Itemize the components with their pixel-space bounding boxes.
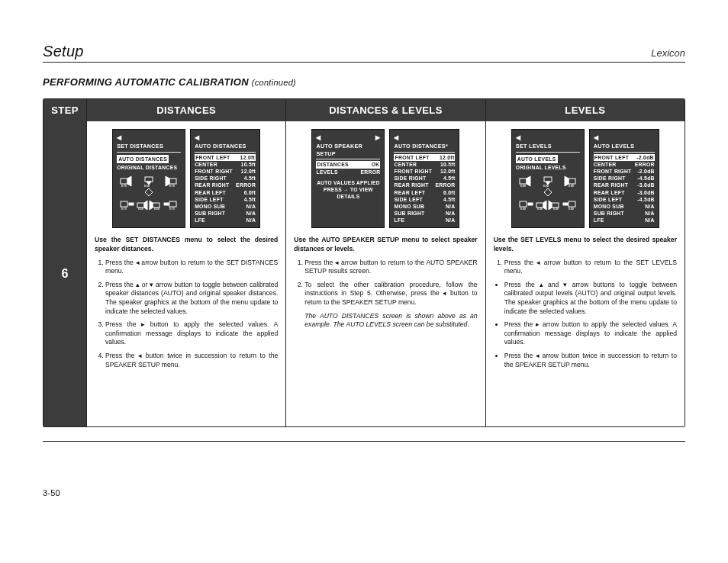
osd-row: REAR LEFT6.0ft (394, 189, 455, 196)
osd-row: MONO SUBN/A (394, 203, 455, 210)
note: The AUTO DISTANCES screen is shown above… (304, 312, 477, 329)
osd-row: SUB RIGHTN/A (594, 210, 655, 217)
osd-row: LEVELSERROR (316, 169, 380, 175)
msg-line: DETAILS (316, 194, 380, 201)
calibration-grid: STEP DISTANCES DISTANCES & LEVELS LEVELS… (43, 98, 685, 427)
intro: Use the SET DISTANCES menu to select the… (95, 236, 278, 253)
svg-text:0.50: 0.50 (138, 208, 143, 211)
list-item: Press the ▴ or ▾ arrow button to toggle … (105, 281, 278, 316)
svg-text:0.75: 0.75 (121, 185, 127, 188)
osd-row: SUB RIGHTN/A (195, 210, 256, 217)
svg-text:0.00: 0.00 (520, 185, 526, 188)
osd-row: FRONT LEFT-2.0dB (594, 154, 655, 161)
osd-highlight: AUTO DISTANCES (117, 155, 169, 163)
footer-rule (43, 441, 685, 442)
svg-text:0.50: 0.50 (144, 185, 150, 188)
osd-title: SET DISTANCES (117, 143, 181, 153)
distances-levels-text: Use the AUTO SPEAKER SETUP menu to selec… (294, 236, 477, 329)
manual-page: Setup Lexicon PERFORMING AUTOMATIC CALIB… (0, 0, 728, 563)
left-arrow-icon: ◂ (516, 133, 520, 142)
svg-text:0.50: 0.50 (154, 208, 159, 211)
osd-auto-distances-star: ◂ AUTO DISTANCES* FRONT LEFT12.0ftCENTER… (389, 129, 459, 228)
left-arrow-icon: ◂ (117, 133, 121, 142)
grid-header: STEP DISTANCES DISTANCES & LEVELS LEVELS (43, 99, 685, 121)
osd-highlight: AUTO LEVELS (516, 155, 558, 163)
distances-levels-cell: ◂▸ AUTO SPEAKER SETUP DISTANCESOKLEVELSE… (286, 121, 485, 426)
osd-row: SIDE LEFT-4.5dB (594, 196, 655, 203)
subtitle-main: PERFORMING AUTOMATIC CALIBRATION (43, 76, 249, 88)
svg-rect-23 (569, 201, 575, 207)
list-item: Press the ◂ button twice in succession t… (105, 352, 278, 369)
list-item: Press the ▸ button to apply the selected… (105, 320, 278, 347)
osd-row: REAR LEFT-3.0dB (594, 189, 655, 196)
svg-rect-18 (569, 179, 575, 184)
intro: Use the SET LEVELS menu to select the de… (494, 236, 677, 253)
svg-text:0.75: 0.75 (121, 208, 127, 211)
osd-row: SIDE RIGHT-4.5dB (594, 175, 655, 182)
col-distances-levels: DISTANCES & LEVELS (286, 99, 485, 121)
osd-list: FRONT LEFT12.0ftCENTER10.5ftFRONT RIGHT1… (195, 154, 256, 224)
page-number: 3-50 (43, 488, 60, 497)
step-list: Press the ◂ arrow button to return to th… (504, 259, 677, 370)
osd-row: SIDE LEFT4.5ft (394, 196, 455, 203)
step-list: Press the ◂ arrow button to return to th… (105, 259, 278, 370)
list-item: Press the ◂ arrow button to return to th… (504, 259, 677, 276)
osd-title: AUTO DISTANCES (195, 143, 256, 153)
osd-row: FRONT RIGHT12.0ft (195, 168, 256, 175)
svg-rect-19 (520, 201, 527, 207)
svg-text:0.00: 0.00 (520, 208, 526, 211)
svg-text:0.00: 0.00 (569, 185, 574, 188)
distances-text: Use the SET DISTANCES menu to select the… (95, 236, 278, 369)
osd-title: SET LEVELS (516, 143, 580, 153)
osd-row: LFEN/A (594, 217, 655, 224)
osd-row: SIDE RIGHT4.5ft (394, 175, 455, 182)
list-item: Press the ◂ arrow button twice in succes… (504, 352, 677, 369)
osd-row: CENTER10.5ft (394, 161, 455, 168)
right-arrow-icon: ▸ (375, 133, 380, 142)
osd-row: SIDE RIGHT4.5ft (195, 175, 256, 182)
osd-list: FRONT LEFT-2.0dBCENTERERRORFRONT RIGHT-2… (594, 154, 655, 224)
svg-text:0.75: 0.75 (169, 208, 175, 211)
svg-rect-7 (169, 201, 176, 207)
osd-auto-distances: ◂ AUTO DISTANCES FRONT LEFT12.0ftCENTER1… (190, 129, 260, 228)
msg-line: AUTO VALUES APPLIED (316, 180, 380, 187)
svg-rect-4 (129, 203, 134, 205)
osd-row: SIDE LEFT4.5ft (195, 196, 256, 203)
left-arrow-icon: ◂ (394, 133, 398, 142)
left-arrow-icon: ◂ (195, 133, 199, 142)
osd-set-distances: ◂ SET DISTANCES AUTO DISTANCES ORIGINAL … (112, 129, 185, 228)
left-arrow-icon: ◂ (594, 133, 598, 142)
svg-text:0.75: 0.75 (169, 185, 175, 188)
svg-text:0.00: 0.00 (537, 208, 543, 211)
step-number-cell: 6 (43, 121, 87, 426)
osd-set-levels: ◂ SET LEVELS AUTO LEVELS ORIGINAL LEVELS (511, 129, 585, 228)
page-subtitle: PERFORMING AUTOMATIC CALIBRATION (contin… (43, 76, 685, 88)
osd-row: LFEN/A (195, 217, 256, 224)
distances-cell: ◂ SET DISTANCES AUTO DISTANCES ORIGINAL … (87, 121, 286, 426)
svg-rect-2 (169, 179, 176, 184)
osd-title: AUTO SPEAKER SETUP (316, 143, 380, 159)
list-item: Press the ◂ arrow button to return to th… (105, 259, 278, 276)
col-levels: LEVELS (486, 99, 685, 121)
msg-line: PRESS → TO VIEW (316, 187, 380, 194)
step-list: Press the ◂ arrow button to return to th… (304, 259, 477, 307)
speaker-graphics: 0.000.000.00 0.000.000.000.00 (516, 175, 580, 211)
subtitle-continued: (continued) (252, 78, 296, 87)
speaker-graphics: 0.750.500.75 0.750.500.500.75 (117, 175, 181, 211)
svg-rect-0 (121, 179, 127, 184)
col-distances: DISTANCES (87, 99, 286, 121)
col-step: STEP (43, 99, 87, 121)
osd-row: LFEN/A (394, 217, 455, 224)
osd-row: SUB RIGHTN/A (394, 210, 455, 217)
osd-line: ORIGINAL DISTANCES (117, 164, 181, 171)
svg-rect-20 (528, 203, 533, 205)
grid-row: 6 ◂ SET DISTANCES AUTO DISTANCES ORIGINA… (43, 121, 685, 426)
osd-msg: AUTO VALUES APPLIED PRESS → TO VIEW DETA… (316, 180, 380, 201)
svg-rect-16 (520, 179, 527, 184)
osd-list: FRONT LEFT12.0ftCENTER10.5ftFRONT RIGHT1… (394, 154, 455, 224)
osd-row: MONO SUBN/A (195, 203, 256, 210)
svg-rect-1 (145, 177, 153, 182)
levels-cell: ◂ SET LEVELS AUTO LEVELS ORIGINAL LEVELS (486, 121, 685, 426)
osd-row: FRONT LEFT12.0ft (394, 154, 455, 161)
intro: Use the AUTO SPEAKER SETUP menu to selec… (294, 236, 477, 253)
